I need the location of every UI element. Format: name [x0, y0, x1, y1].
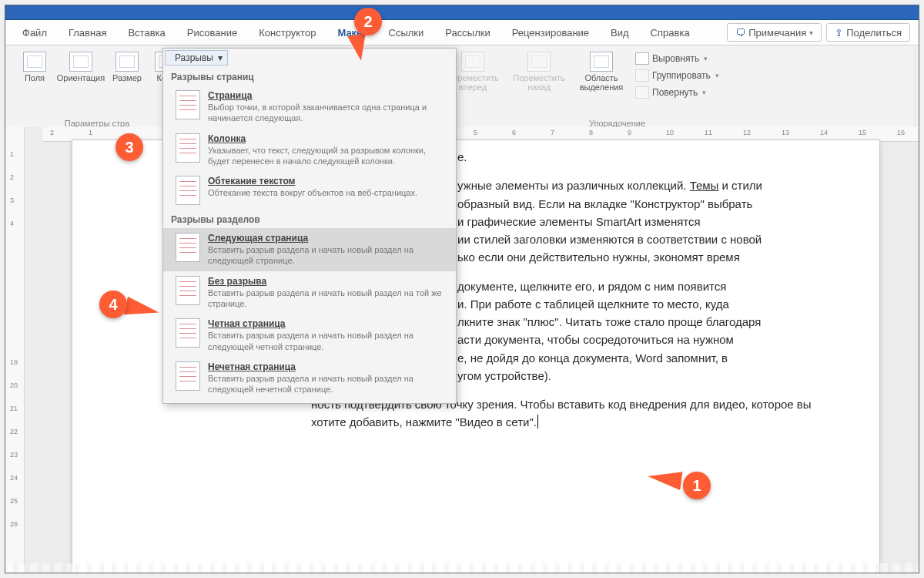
column-break-icon [176, 133, 200, 163]
share-icon: ⇪ [835, 27, 843, 39]
annotation-1: 1 [683, 472, 711, 499]
annotation-3: 3 [116, 133, 143, 161]
breaks-dropdown: Разрывы ▾ Разрывы страниц Страница Выбор… [162, 48, 457, 404]
chevron-down-icon: ▾ [809, 29, 813, 37]
tab-insert[interactable]: Вставка [117, 20, 176, 45]
share-label: Поделиться [846, 27, 902, 39]
tab-file[interactable]: Файл [12, 20, 58, 45]
selection-pane-button[interactable]: Область выделения [574, 49, 629, 95]
tab-help[interactable]: Справка [640, 20, 701, 45]
tab-references[interactable]: Ссылки [378, 20, 435, 45]
next-page-break-icon [176, 233, 200, 262]
titlebar [5, 5, 919, 20]
comment-icon: 🗨 [735, 27, 745, 39]
selection-pane-icon [590, 52, 613, 72]
group-icon [635, 69, 649, 82]
tab-review[interactable]: Рецензирование [501, 20, 600, 45]
align-button[interactable]: Выровнять ▾ [632, 52, 722, 66]
chevron-down-icon: ▾ [715, 72, 719, 79]
tab-home[interactable]: Главная [58, 20, 117, 45]
size-button[interactable]: Размер [105, 49, 149, 86]
break-page[interactable]: Страница Выбор точки, в которой заканчив… [163, 86, 456, 129]
annotation-2: 2 [354, 8, 382, 35]
send-backward-button[interactable]: Переместить назад [507, 49, 571, 95]
group-page-setup: Поля Ориентация Размер Коло Параметры ст… [8, 47, 186, 130]
page-break-icon [176, 90, 200, 119]
chevron-down-icon: ▾ [218, 52, 223, 63]
break-odd-page[interactable]: Нечетная страница Вставить разрыв раздел… [163, 357, 456, 400]
tab-design[interactable]: Конструктор [248, 20, 326, 45]
break-text-wrap[interactable]: Обтекание текстом Обтекание текста вокру… [163, 171, 456, 210]
break-even-page[interactable]: Четная страница Вставить разрыв раздела … [163, 314, 456, 357]
rotate-button[interactable]: Повернуть ▾ [632, 86, 722, 99]
tab-view[interactable]: Вид [600, 20, 640, 45]
bring-forward-icon [461, 52, 484, 72]
size-icon [116, 52, 139, 72]
torn-edge [5, 563, 919, 573]
margins-button[interactable]: Поля [13, 49, 56, 86]
ribbon: Поля Ориентация Размер Коло Параметры ст… [5, 45, 919, 131]
chevron-down-icon: ▾ [704, 55, 708, 62]
orientation-icon [69, 52, 92, 72]
continuous-break-icon [176, 276, 200, 305]
break-column[interactable]: Колонка Указывает, что текст, следующий … [163, 129, 456, 172]
ribbon-tabs: Файл Главная Вставка Рисование Конструкт… [5, 20, 919, 45]
document-area: 2 1 1 2 3 4 5 6 7 8 9 10 11 12 13 14 15 … [5, 127, 919, 573]
text-cursor [537, 415, 538, 428]
margins-icon [23, 52, 46, 72]
tab-draw[interactable]: Рисование [176, 20, 248, 45]
comments-button[interactable]: 🗨 Примечания ▾ [727, 23, 822, 42]
annotation-4: 4 [99, 291, 127, 318]
orientation-button[interactable]: Ориентация [59, 49, 102, 86]
vertical-ruler[interactable]: 1 2 3 4 19 20 21 22 23 24 25 26 [5, 127, 25, 573]
text-wrap-break-icon [176, 176, 200, 205]
break-continuous[interactable]: Без разрыва Вставить разрыв раздела и на… [163, 271, 456, 314]
section-section-breaks: Разрывы разделов [163, 210, 456, 228]
even-page-break-icon [176, 318, 200, 348]
rotate-icon [635, 86, 649, 99]
share-button[interactable]: ⇪ Поделиться [826, 23, 910, 42]
section-page-breaks: Разрывы страниц [163, 67, 456, 86]
tab-mailings[interactable]: Рассылки [434, 20, 500, 45]
group-objects-button[interactable]: Группировать ▾ [632, 69, 722, 82]
comments-label: Примечания [748, 27, 806, 39]
breaks-button[interactable]: Разрывы ▾ [165, 50, 228, 66]
align-icon [635, 52, 649, 65]
break-next-page[interactable]: Следующая страница Вставить разрыв разде… [163, 228, 456, 271]
odd-page-break-icon [176, 361, 200, 391]
send-backward-icon [527, 52, 551, 72]
chevron-down-icon: ▾ [702, 89, 706, 96]
